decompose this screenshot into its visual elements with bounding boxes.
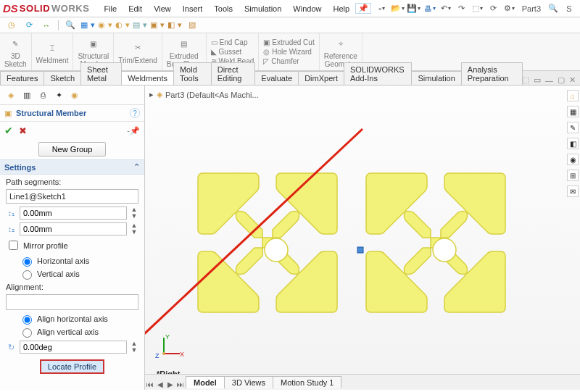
breadcrumb-expand-icon[interactable]: ▸ [149,90,154,99]
restore-icon[interactable]: ▢ [558,75,565,85]
redo-icon[interactable]: ↷ [455,2,468,15]
close-panel-icon[interactable]: ✕ [569,75,576,85]
ribbon-extcut[interactable]: ▣ Extruded Cut [263,38,314,46]
taskpane-resources-icon[interactable]: ▦ [567,106,579,117]
angle-icon: ↻ [6,343,17,352]
new-group-button[interactable]: New Group [38,142,107,157]
align-h-radio[interactable]: Align horizontal axis [19,313,138,325]
measure-icon[interactable]: ↔ [39,19,54,32]
tab-moldtools[interactable]: Mold Tools [173,62,212,85]
taskpane-design-icon[interactable]: ✎ [567,122,579,133]
hide-icon[interactable]: ◧ ▾ [167,19,182,32]
zoom-icon[interactable]: 🔍 [63,19,78,32]
select-icon[interactable]: ⬚ [471,2,484,15]
graphics-area[interactable]: ▸ ◈ Part3 (Default<As Machi... [145,86,580,390]
taskpane-appearance-icon[interactable]: ◉ [567,154,579,165]
isolate-icon[interactable]: ▧ [185,19,199,32]
dock-icon[interactable]: ▭ [534,75,541,85]
cancel-x-icon[interactable]: ✖ [19,125,27,136]
ribbon-endcap[interactable]: ▭ End Cap [211,38,254,46]
body-icon[interactable]: ▣ ▾ [150,19,165,32]
align-v-radio[interactable]: Align vertical axis [19,326,138,338]
horiz-axis-radio[interactable]: Horizontal axis [19,255,138,267]
ribbon-weldment[interactable]: ⌶Weldment [32,33,74,70]
alignment-label: Alignment: [6,283,138,291]
undo-icon[interactable]: ↶ [439,2,452,15]
angle-input[interactable] [20,341,127,354]
menu-file[interactable]: File [98,2,123,15]
history-icon[interactable]: ◷ [4,19,19,32]
settings-header[interactable]: Settings [0,159,144,175]
tab-dimxpert[interactable]: DimXpert [298,71,344,85]
vert-axis-radio[interactable]: Vertical axis [19,268,138,280]
expand-panel-icon[interactable]: ⬚ [522,75,529,85]
tab-sketch[interactable]: Sketch [44,71,81,85]
tab-analysis[interactable]: Analysis Preparation [461,62,523,85]
tab-directedit[interactable]: Direct Editing [211,62,256,85]
taskpane-home-icon[interactable]: ⌂ [567,90,579,101]
menu-tools[interactable]: Tools [208,2,239,15]
mirror-profile-checkbox[interactable] [9,241,18,250]
taskpane-forum-icon[interactable]: ✉ [567,185,579,197]
pushpin-icon[interactable]: -📌 [127,126,140,135]
taskpane-view-icon[interactable]: ◧ [567,138,579,149]
minimize-icon[interactable]: — [545,76,553,85]
mirror-profile-check[interactable]: Mirror profile [6,238,138,252]
ribbon-chamfer[interactable]: ◸ Chamfer [263,57,314,65]
scroll-last-icon[interactable]: ⏭ [175,380,186,388]
ribbon-gusset[interactable]: ◣ Gusset [211,48,254,56]
offset1-input[interactable] [20,207,127,220]
tab-weldments[interactable]: Weldments [121,71,174,85]
menu-edit[interactable]: Edit [123,2,148,15]
alignment-box[interactable] [6,294,138,310]
angle-down[interactable]: ▼ [130,347,138,354]
scroll-next-icon[interactable]: ▶ [165,380,175,388]
tab-simulation[interactable]: Simulation [411,71,461,85]
scroll-first-icon[interactable]: ⏮ [145,380,155,388]
fm-tab-config-icon[interactable]: ⎙ [36,88,49,101]
display-icon[interactable]: ▤ ▾ [133,19,147,32]
offset1-down[interactable]: ▼ [130,213,138,220]
search-icon[interactable]: 🔍 [547,2,560,15]
open-icon[interactable]: 📂 [392,2,405,15]
ribbon-holewiz[interactable]: ◎ Hole Wizard [263,48,314,56]
menu-insert[interactable]: Insert [177,2,209,15]
help-icon[interactable]: ? [130,108,140,118]
menu-simulation[interactable]: Simulation [239,2,287,15]
breadcrumb[interactable]: ▸ ◈ Part3 (Default<As Machi... [149,90,259,99]
path-segments-list[interactable]: Line1@Sketch1 [6,189,138,204]
save2-icon[interactable]: S [563,2,576,15]
fm-tab-display-icon[interactable]: ✦ [52,88,65,101]
bottom-tab-3dviews[interactable]: 3D Views [224,376,273,388]
view-cube-icon[interactable]: ▦ ▾ [80,19,95,32]
taskpane-custom-icon[interactable]: ⊞ [567,170,579,181]
scroll-prev-icon[interactable]: ◀ [155,380,165,388]
tab-addins[interactable]: SOLIDWORKS Add-Ins [344,62,412,85]
new-doc-icon[interactable]: ▫ [376,2,389,15]
reload-icon[interactable]: ⟳ [22,19,36,32]
fm-tab-tree-icon[interactable]: ◈ [4,88,17,101]
menu-window[interactable]: Window [287,2,327,15]
pin-icon[interactable]: 📌 [355,3,371,14]
options-gear-icon[interactable]: ⚙ [503,2,516,15]
save-icon[interactable]: 💾 [407,2,420,15]
scene-icon[interactable]: ◐ ▾ [115,19,130,32]
appearance-icon[interactable]: ◉ ▾ [98,19,112,32]
locate-profile-button[interactable]: Locate Profile [40,359,104,374]
ribbon-3dsketch[interactable]: ✎3D Sketch [0,33,32,70]
ok-check-icon[interactable]: ✔ [4,125,13,136]
tab-features[interactable]: Features [0,71,44,85]
offset2-down[interactable]: ▼ [130,229,138,235]
view-triad: Y X Z [155,333,184,362]
rebuild-icon[interactable]: ⟳ [487,2,500,15]
fm-tab-appearance-icon[interactable]: ◉ [68,88,81,101]
tab-evaluate[interactable]: Evaluate [254,71,299,85]
menu-help[interactable]: Help [327,2,355,15]
tab-sheetmetal[interactable]: Sheet Metal [80,62,122,85]
bottom-tab-motion[interactable]: Motion Study 1 [273,376,341,388]
offset2-input[interactable] [20,222,127,235]
menu-view[interactable]: View [148,2,177,15]
print-icon[interactable]: 🖶 [423,2,436,15]
bottom-tab-model[interactable]: Model [186,376,225,388]
fm-tab-prop-icon[interactable]: ▥ [20,88,33,101]
